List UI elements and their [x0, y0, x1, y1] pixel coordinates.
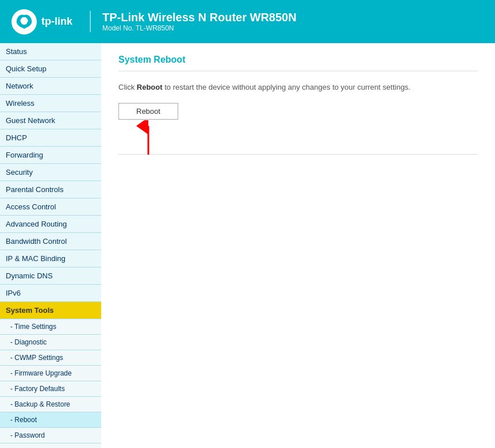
reboot-button-area: Reboot — [118, 103, 178, 120]
sidebar-item-parental-controls[interactable]: Parental Controls — [0, 181, 101, 198]
sidebar-subitem-backup-restore[interactable]: - Backup & Restore — [0, 397, 101, 412]
sidebar-item-dhcp[interactable]: DHCP — [0, 129, 101, 147]
content-area: System Reboot Click Reboot to restart th… — [101, 43, 495, 448]
reboot-arrow — [131, 120, 166, 160]
content-divider — [118, 154, 478, 155]
brand-name: tp-link — [41, 16, 72, 28]
sidebar-wrapper: StatusQuick SetupNetworkWirelessGuest Ne… — [0, 43, 101, 448]
sidebar-item-access-control[interactable]: Access Control — [0, 198, 101, 216]
info-text-reboot-bold: Reboot — [137, 83, 163, 91]
sidebar-item-status[interactable]: Status — [0, 43, 101, 60]
sidebar-item-ip-mac-binding[interactable]: IP & MAC Binding — [0, 250, 101, 267]
sidebar: StatusQuick SetupNetworkWirelessGuest Ne… — [0, 43, 101, 448]
reboot-btn-wrapper: Reboot — [118, 103, 478, 120]
sidebar-item-system-tools[interactable]: System Tools — [0, 302, 101, 319]
sidebar-item-forwarding[interactable]: Forwarding — [0, 147, 101, 164]
header-title-area: TP-Link Wireless N Router WR850N Model N… — [90, 11, 297, 32]
router-model: Model No. TL-WR850N — [102, 24, 297, 32]
sidebar-subitem-system-log[interactable]: - System Log — [0, 443, 101, 448]
sidebar-item-security[interactable]: Security — [0, 164, 101, 181]
tp-link-logo — [11, 9, 37, 35]
sidebar-item-ipv6[interactable]: IPv6 — [0, 285, 101, 302]
sidebar-item-guest-network[interactable]: Guest Network — [0, 112, 101, 129]
sidebar-item-network[interactable]: Network — [0, 78, 101, 95]
main-wrapper: StatusQuick SetupNetworkWirelessGuest Ne… — [0, 43, 495, 448]
header: tp-link TP-Link Wireless N Router WR850N… — [0, 0, 495, 43]
router-title: TP-Link Wireless N Router WR850N — [102, 11, 297, 24]
sidebar-subitem-diagnostic[interactable]: - Diagnostic — [0, 335, 101, 350]
sidebar-item-advanced-routing[interactable]: Advanced Routing — [0, 216, 101, 233]
sidebar-item-dynamic-dns[interactable]: Dynamic DNS — [0, 267, 101, 285]
info-text: Click Reboot to restart the device witho… — [118, 83, 478, 91]
logo-area: tp-link — [11, 9, 72, 35]
sidebar-subitem-firmware-upgrade[interactable]: - Firmware Upgrade — [0, 366, 101, 381]
sidebar-item-quick-setup[interactable]: Quick Setup — [0, 60, 101, 78]
sidebar-subitem-cwmp-settings[interactable]: - CWMP Settings — [0, 350, 101, 366]
sidebar-item-bandwidth-control[interactable]: Bandwidth Control — [0, 233, 101, 250]
sidebar-subitem-reboot[interactable]: - Reboot — [0, 412, 101, 428]
sidebar-subitem-password[interactable]: - Password — [0, 428, 101, 443]
sidebar-item-wireless[interactable]: Wireless — [0, 95, 101, 112]
sidebar-subitem-factory-defaults[interactable]: - Factory Defaults — [0, 381, 101, 397]
section-title: System Reboot — [118, 55, 478, 71]
sidebar-subitem-time-settings[interactable]: - Time Settings — [0, 319, 101, 335]
reboot-button[interactable]: Reboot — [118, 103, 178, 120]
main-content: System Reboot Click Reboot to restart th… — [101, 43, 495, 448]
